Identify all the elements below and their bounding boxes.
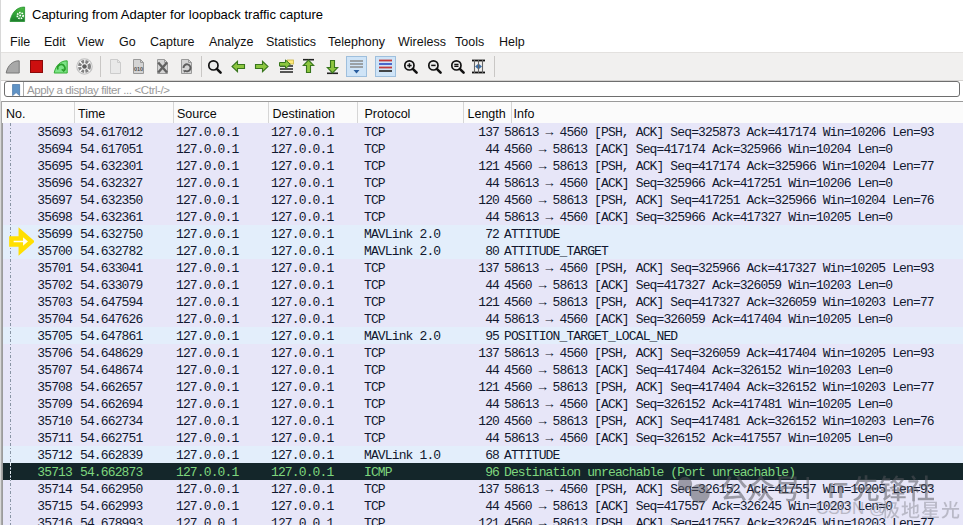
svg-text:CSDN @: CSDN @: [816, 499, 886, 518]
